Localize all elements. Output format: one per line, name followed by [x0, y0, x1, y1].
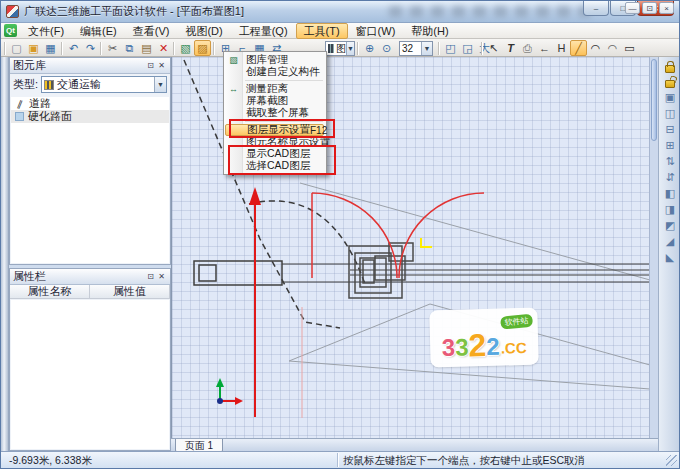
properties-body — [11, 300, 169, 449]
toolbar-group: ▢▣▦ — [4, 40, 59, 56]
menu-separator — [245, 80, 323, 81]
mdi-close-button[interactable]: × — [659, 2, 674, 14]
menu-item-1[interactable]: 编辑(E) — [72, 23, 125, 39]
menu-popup-item-label: 创建自定义构件 — [246, 65, 320, 79]
watermark-badge: 软件站 — [500, 314, 533, 330]
select-tool-button[interactable]: ↖ — [485, 40, 502, 56]
main-toolbar: ▢▣▦↶↷✂⧉▤✕▧▨⊞⌐▦⇄⊕⊙⊖◰◲大↖T⎙←H╱◠◠▭ 图 ▼ 32 ▼ — [1, 39, 679, 57]
align-right-button[interactable]: ◨ — [662, 202, 679, 216]
dimension-tool-button[interactable]: H — [553, 40, 570, 56]
axis-icon — [216, 378, 243, 405]
scrollbar-thumb[interactable] — [651, 59, 657, 141]
delete-button[interactable]: ✕ — [155, 40, 172, 56]
menu-bar: Qt 文件(F)编辑(E)查看(V)视图(D)工程量(Q)工具(T)窗口(W)帮… — [1, 23, 679, 39]
cursor-coordinates: -9.693米, 6.338米 — [9, 454, 92, 468]
menu-item-6[interactable]: 窗口(W) — [348, 23, 404, 39]
new-file-button[interactable]: ▢ — [8, 40, 25, 56]
mdi-restore-button[interactable]: ⊡ — [642, 2, 657, 14]
dashed-arc — [249, 201, 365, 284]
zoom-previous-button[interactable]: ◲ — [459, 40, 476, 56]
watermark-digit: 2 — [468, 333, 486, 357]
save-file-button[interactable]: ▦ — [42, 40, 59, 56]
menu-popup-item-5[interactable]: 截取整个屏幕 — [224, 107, 326, 119]
send-to-back-button[interactable]: ◫ — [662, 106, 679, 120]
back-arrow-tool-button[interactable]: ← — [536, 40, 553, 56]
mirror-left-button[interactable]: ◢ — [662, 234, 679, 248]
menu-popup-item-10[interactable]: 选择CAD图层 — [224, 160, 326, 172]
watermark-digit: 2 — [486, 337, 500, 357]
arc3point-tool-button[interactable]: ◠ — [604, 40, 621, 56]
stamp-tool-button[interactable]: ⎙ — [519, 40, 536, 56]
move-down-button[interactable]: ⇵ — [662, 170, 679, 184]
library-icon: ▧ — [226, 55, 241, 65]
menu-popup-item-label: 截取整个屏幕 — [246, 106, 309, 120]
dock-edge-strip[interactable] — [1, 57, 9, 453]
bring-forward-button[interactable]: ⊟ — [662, 122, 679, 136]
cut-button[interactable]: ✂ — [104, 40, 121, 56]
title-bar[interactable]: 广联达三维施工平面设计软件 - [平面布置图1] — [1, 1, 679, 23]
mirror-right-button[interactable]: ◣ — [662, 250, 679, 264]
menu-item-7[interactable]: 帮助(H) — [403, 23, 456, 39]
text-tool-button[interactable]: T — [502, 40, 519, 56]
close-icon[interactable]: ✕ — [156, 60, 167, 71]
app-window: 广联达三维施工平面设计软件 - [平面布置图1] – □ ✕ Qt 文件(F)编… — [0, 0, 680, 469]
minimize-button[interactable]: – — [583, 1, 609, 16]
view-combo-icon — [328, 44, 334, 53]
open-file-button[interactable]: ▣ — [25, 40, 42, 56]
road-icon: ∥ — [13, 97, 26, 110]
menu-item-2[interactable]: 查看(V) — [125, 23, 178, 39]
close-icon[interactable]: ✕ — [156, 271, 167, 282]
menu-separator — [245, 121, 323, 122]
chevron-down-icon: ▼ — [154, 77, 166, 92]
insert-image-button[interactable]: ▧ — [177, 40, 194, 56]
menu-item-5[interactable]: 工具(T) — [296, 23, 348, 39]
menu-item-4[interactable]: 工程量(Q) — [231, 23, 296, 39]
element-library-header: 图元库 ⊡ ✕ — [10, 58, 170, 74]
fit-view-button[interactable]: ◩ — [662, 218, 679, 232]
lock-icon[interactable] — [665, 65, 675, 73]
align-left-button[interactable]: ◧ — [662, 186, 679, 200]
undo-button[interactable]: ↶ — [65, 40, 82, 56]
line-tool-button[interactable]: ╱ — [570, 40, 587, 56]
mdi-minimize-button[interactable]: — — [625, 2, 640, 14]
resize-grip[interactable] — [666, 455, 677, 466]
zoom-window-button[interactable]: ◰ — [442, 40, 459, 56]
list-item-pavement[interactable]: 硬化路面 — [11, 110, 169, 123]
zoom-level-combo[interactable]: 32 ▼ — [399, 41, 433, 56]
float-panel-icon[interactable]: ⊡ — [145, 271, 156, 282]
arc-tool-button[interactable]: ◠ — [587, 40, 604, 56]
menu-popup-item-label: 选择CAD图层 — [246, 159, 310, 173]
properties-header: 属性栏 ⊡ ✕ — [10, 269, 170, 285]
column-header-value[interactable]: 属性值 — [90, 285, 170, 299]
vertical-scrollbar[interactable] — [649, 57, 658, 438]
view-combo[interactable]: 图 ▼ — [325, 41, 355, 56]
status-bar: -9.693米, 6.338米 按鼠标左键指定下一个端点，按右键中止或ESC取消 — [1, 451, 679, 468]
send-backward-button[interactable]: ⊞ — [662, 138, 679, 152]
right-toolbar: ▣◫⊟⊞⇅⇵◧◨◩◢◣ — [658, 57, 680, 453]
move-up-button[interactable]: ⇅ — [662, 154, 679, 168]
rect-tool-button[interactable]: ▭ — [621, 40, 638, 56]
type-label: 类型: — [13, 77, 38, 92]
watermark-digit: 3 — [442, 338, 456, 358]
redo-button[interactable]: ↷ — [82, 40, 99, 56]
zoom-button[interactable]: ⊙ — [378, 40, 395, 56]
blurred-watermark — [389, 6, 594, 17]
bring-to-front-button[interactable]: ▣ — [662, 90, 679, 104]
toolbar-group: ↖T⎙←H╱◠◠▭ — [481, 40, 638, 56]
red-arrow-head — [249, 187, 261, 205]
menu-item-3[interactable]: 视图(D) — [177, 23, 230, 39]
paste-button[interactable]: ▤ — [138, 40, 155, 56]
pavement-icon — [15, 112, 24, 121]
unlock-icon[interactable] — [665, 80, 675, 88]
copy-button[interactable]: ⧉ — [121, 40, 138, 56]
menu-popup-item-1[interactable]: 创建自定义构件 — [224, 66, 326, 78]
column-header-name[interactable]: 属性名称 — [10, 285, 90, 299]
menu-item-0[interactable]: 文件(F) — [20, 23, 72, 39]
gray-line — [300, 183, 649, 280]
float-panel-icon[interactable]: ⊡ — [145, 60, 156, 71]
zoom-in-button[interactable]: ⊕ — [361, 40, 378, 56]
road-node — [199, 265, 216, 281]
panel-title: 图元库 — [13, 58, 145, 73]
image-library-button[interactable]: ▨ — [194, 40, 211, 56]
type-combo[interactable]: 交通运输 ▼ — [41, 76, 167, 93]
